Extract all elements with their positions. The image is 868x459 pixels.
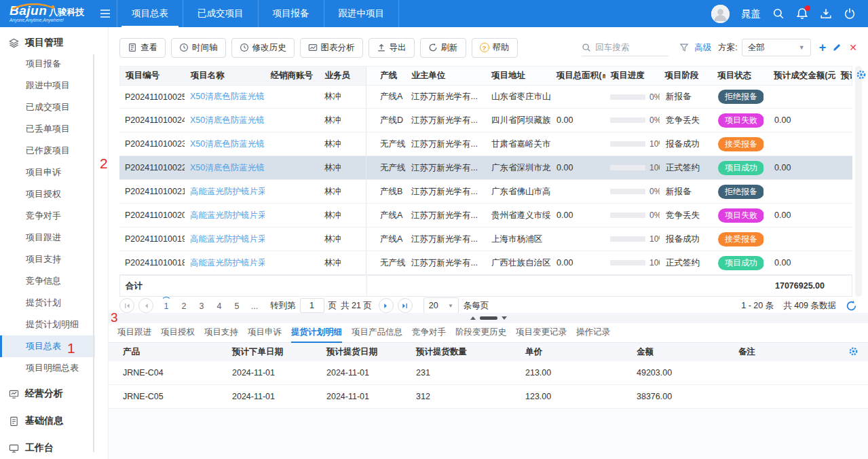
menu-toggle-button[interactable] bbox=[94, 0, 117, 27]
detail-column-header-产品[interactable]: 产品 bbox=[109, 343, 224, 361]
project-name-link[interactable]: X50清底色防蓝光镜片... bbox=[190, 91, 265, 103]
column-header-项目总面积(㎡)[interactable]: 项目总面积(㎡) bbox=[551, 67, 605, 85]
column-header-项目阶段[interactable]: 项目阶段 bbox=[659, 67, 712, 85]
table-row[interactable]: P202411010021高能蓝光防护镜片采购...林冲产线B江苏万新光学有..… bbox=[119, 180, 852, 204]
next-page-button[interactable] bbox=[379, 298, 394, 313]
project-name-link[interactable]: 高能蓝光防护镜片采购... bbox=[190, 234, 265, 245]
sidebar-section-经营分析[interactable]: 经营分析 bbox=[0, 382, 108, 406]
project-name-link[interactable]: 高能蓝光防护镜片采购... bbox=[190, 257, 265, 269]
sidebar-section-工作台[interactable]: 工作台 bbox=[0, 436, 108, 459]
page-number-5[interactable]: 5 bbox=[230, 300, 244, 311]
detail-table-row[interactable]: JRNE-C042024-11-012024-11-01231213.00492… bbox=[109, 361, 868, 385]
sidebar-item-提货计划[interactable]: 提货计划 bbox=[0, 292, 95, 314]
detail-tab-项目授权[interactable]: 项目授权 bbox=[161, 323, 195, 343]
column-header-经销商账号[interactable]: 经销商账号 bbox=[265, 67, 320, 85]
sidebar-item-已丢单项目[interactable]: 已丢单项目 bbox=[0, 118, 95, 140]
project-name-link[interactable]: 高能蓝光防护镜片采购... bbox=[190, 186, 265, 198]
column-header-项目进度[interactable]: 项目进度 bbox=[605, 67, 660, 85]
toolbar-button-时间轴[interactable]: 时间轴 bbox=[171, 38, 226, 58]
column-header-业主单位[interactable]: 业主单位 bbox=[406, 67, 486, 85]
detail-column-header-预计提货数量[interactable]: 预计提货数量 bbox=[411, 343, 520, 361]
sidebar-item-项目明细总表[interactable]: 项目明细总表 bbox=[0, 357, 95, 379]
advanced-search-link[interactable]: 高级 bbox=[694, 42, 711, 54]
collapse-up-icon[interactable] bbox=[470, 316, 476, 320]
sidebar-item-已作废项目[interactable]: 已作废项目 bbox=[0, 140, 95, 162]
project-name-link[interactable]: X50清底色防蓝光镜片... bbox=[190, 162, 265, 174]
page-number-2[interactable]: 2 bbox=[177, 300, 191, 311]
toolbar-button-修改历史[interactable]: 修改历史 bbox=[231, 38, 295, 58]
page-size-select[interactable]: 20 ▼ bbox=[423, 297, 459, 314]
sidebar-item-竞争信息[interactable]: 竞争信息 bbox=[0, 270, 95, 292]
sidebar-item-项目授权[interactable]: 项目授权 bbox=[0, 183, 95, 205]
detail-column-header-金额[interactable]: 金额 bbox=[631, 343, 733, 361]
column-header-业务员[interactable]: 业务员 bbox=[319, 67, 366, 85]
detail-tab-操作记录[interactable]: 操作记录 bbox=[576, 323, 610, 343]
table-row[interactable]: P202411010019高能蓝光防护镜片采购...林冲产线A江苏万新光学有..… bbox=[119, 227, 852, 251]
power-logout-icon[interactable] bbox=[844, 7, 856, 20]
nav-tab-1[interactable]: 项目总表 bbox=[117, 0, 183, 27]
refresh-data-icon[interactable] bbox=[846, 300, 857, 312]
last-page-button[interactable] bbox=[398, 298, 413, 313]
detail-tab-阶段变更历史[interactable]: 阶段变更历史 bbox=[455, 323, 506, 343]
page-number-3[interactable]: 3 bbox=[195, 300, 208, 311]
search-box[interactable] bbox=[582, 39, 668, 56]
notification-bell-icon[interactable] bbox=[796, 7, 808, 20]
sidebar-item-项目总表[interactable]: 项目总表 bbox=[0, 335, 95, 357]
detail-tab-项目支持[interactable]: 项目支持 bbox=[204, 323, 238, 343]
current-user-name[interactable]: 晁盖 bbox=[741, 7, 761, 20]
scheme-select[interactable]: 全部 ▼ bbox=[742, 39, 811, 56]
toolbar-button-导出[interactable]: 导出 bbox=[369, 38, 415, 58]
toolbar-button-图表分析[interactable]: 图表分析 bbox=[300, 38, 363, 58]
prev-page-button[interactable] bbox=[138, 298, 153, 313]
table-scrollbar[interactable] bbox=[855, 66, 862, 297]
detail-tab-项目跟进[interactable]: 项目跟进 bbox=[117, 323, 151, 343]
detail-table-row[interactable]: JRNE-C052024-11-012024-11-01312123.00383… bbox=[109, 385, 868, 409]
page-number-...[interactable]: ... bbox=[248, 300, 261, 311]
column-header-预计成交金额(元)[interactable]: 预计成交金额(元) bbox=[763, 67, 835, 85]
nav-tab-2[interactable]: 已成交项目 bbox=[183, 0, 258, 27]
detail-column-settings-gear-icon[interactable] bbox=[848, 346, 858, 356]
toolbar-button-刷新[interactable]: 刷新 bbox=[420, 38, 466, 58]
nav-tab-4[interactable]: 跟进中项目 bbox=[324, 0, 400, 27]
detail-tab-项目申诉[interactable]: 项目申诉 bbox=[248, 323, 282, 343]
column-header-项目地址[interactable]: 项目地址 bbox=[486, 67, 551, 85]
project-name-link[interactable]: X50清底色防蓝光镜片... bbox=[190, 115, 265, 126]
toolbar-button-帮助[interactable]: ?帮助 bbox=[472, 38, 518, 58]
detail-tab-项目产品信息[interactable]: 项目产品信息 bbox=[352, 323, 402, 343]
sidebar-item-提货计划明细[interactable]: 提货计划明细 bbox=[0, 314, 95, 335]
project-name-link[interactable]: 高能蓝光防护镜片采购... bbox=[190, 210, 265, 221]
table-row[interactable]: P202411010025X50清底色防蓝光镜片...林冲产线A江苏万新光学有.… bbox=[119, 85, 852, 109]
table-row[interactable]: P202411010018高能蓝光防护镜片采购...林冲无产线江苏万新光学有..… bbox=[119, 251, 852, 275]
search-icon[interactable] bbox=[772, 7, 785, 20]
sidebar-item-项目跟进[interactable]: 项目跟进 bbox=[0, 227, 95, 249]
avatar[interactable] bbox=[711, 5, 730, 23]
sidebar-item-已成交项目[interactable]: 已成交项目 bbox=[0, 96, 95, 118]
sidebar-item-竞争对手[interactable]: 竞争对手 bbox=[0, 205, 95, 227]
detail-tab-提货计划明细[interactable]: 提货计划明细 bbox=[291, 323, 342, 343]
table-row[interactable]: P202411010023X50清底色防蓝光镜片...林冲无产线江苏万新光学有.… bbox=[119, 132, 852, 156]
sidebar-section-项目管理[interactable]: 项目管理 bbox=[0, 33, 108, 53]
column-header-项目编号[interactable]: 项目编号 bbox=[120, 67, 185, 85]
detail-tab-竞争对手[interactable]: 竞争对手 bbox=[412, 323, 446, 343]
collapse-down-icon[interactable] bbox=[502, 316, 507, 320]
sidebar-scrollbar[interactable] bbox=[93, 54, 94, 452]
column-header-产线[interactable]: 产线 bbox=[366, 67, 406, 85]
download-icon[interactable] bbox=[820, 7, 832, 20]
table-row[interactable]: P202411010020高能蓝光防护镜片采购...林冲产线A江苏万新光学有..… bbox=[119, 204, 852, 227]
add-scheme-button[interactable]: + bbox=[819, 41, 827, 54]
detail-column-header-预计下单日期[interactable]: 预计下单日期 bbox=[224, 343, 322, 361]
sidebar-item-项目支持[interactable]: 项目支持 bbox=[0, 249, 95, 270]
pane-splitter[interactable] bbox=[109, 313, 868, 323]
goto-page-input[interactable] bbox=[300, 298, 324, 313]
detail-tab-项目变更记录[interactable]: 项目变更记录 bbox=[516, 323, 567, 343]
sidebar-item-跟进中项目[interactable]: 跟进中项目 bbox=[0, 75, 95, 96]
splitter-handle[interactable] bbox=[480, 316, 497, 320]
column-header-项目名称[interactable]: 项目名称 bbox=[185, 67, 265, 85]
sidebar-item-项目报备[interactable]: 项目报备 bbox=[0, 53, 95, 75]
nav-tab-3[interactable]: 项目报备 bbox=[258, 0, 324, 27]
column-header-预计[interactable]: 预计 bbox=[835, 67, 852, 85]
sidebar-section-基础信息[interactable]: 基础信息 bbox=[0, 409, 108, 433]
delete-scheme-icon[interactable]: ✕ bbox=[849, 42, 857, 53]
first-page-button[interactable] bbox=[119, 298, 134, 313]
filter-icon[interactable] bbox=[679, 43, 689, 52]
